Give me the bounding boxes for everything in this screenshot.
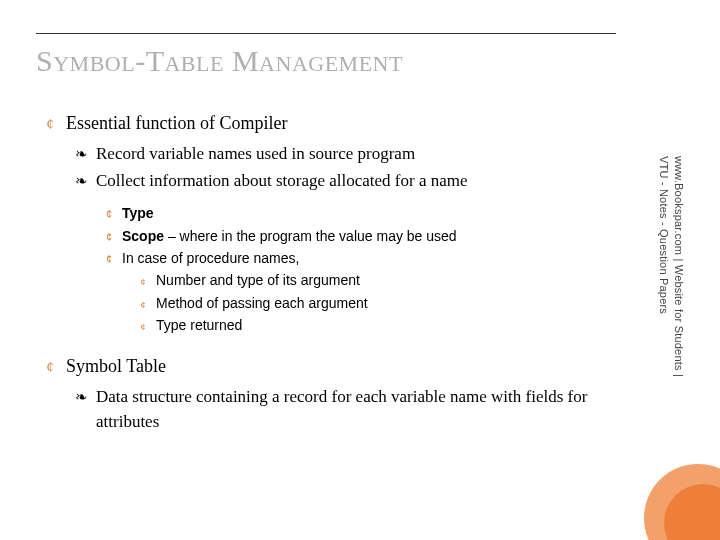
bullet-icon: ¢ (134, 321, 152, 334)
list-item: ¢ In case of procedure names, (100, 248, 620, 268)
watermark-line: www.Bookspar.com | Website for Students … (673, 156, 685, 377)
bullet-icon: ¢ (40, 358, 60, 378)
title-part: ABLE (164, 51, 223, 76)
slide-title: SYMBOL-TABLE MANAGEMENT (36, 44, 403, 78)
list-item: ¢ Type returned (134, 315, 620, 335)
title-part: S (36, 44, 53, 77)
bullet-icon: ❧ (70, 171, 92, 193)
list-text: Data structure containing a record for e… (96, 385, 620, 434)
list-item: ❧ Record variable names used in source p… (70, 142, 620, 167)
list-item: ¢ Essential function of Compiler (40, 110, 620, 136)
list-item: ¢ Symbol Table (40, 353, 620, 379)
title-part: -T (135, 44, 164, 77)
list-item: ¢ Number and type of its argument (134, 270, 620, 290)
list-item: ¢ Type (100, 203, 620, 223)
slide-body: ¢ Essential function of Compiler ❧ Recor… (40, 110, 620, 437)
bullet-icon: ¢ (100, 231, 118, 246)
title-part: ANAGEMENT (259, 51, 403, 76)
list-item: ¢ Method of passing each argument (134, 293, 620, 313)
list-text: – where in the program the value may be … (164, 228, 457, 244)
list-text: Symbol Table (66, 353, 166, 379)
list-text: Record variable names used in source pro… (96, 142, 415, 167)
bullet-icon: ¢ (100, 253, 118, 268)
list-text: Method of passing each argument (156, 293, 368, 313)
list-text: Number and type of its argument (156, 270, 360, 290)
title-part: YMBOL (53, 51, 135, 76)
list-text: Scope (122, 228, 164, 244)
list-text: Collect information about storage alloca… (96, 169, 468, 194)
bullet-icon: ¢ (40, 115, 60, 135)
watermark-text: www.Bookspar.com | Website for Students … (656, 156, 686, 436)
bullet-icon: ❧ (70, 144, 92, 166)
list-text: Essential function of Compiler (66, 110, 287, 136)
bullet-icon: ¢ (134, 299, 152, 312)
title-part: M (224, 44, 259, 77)
bullet-icon: ¢ (100, 208, 118, 223)
watermark-line: VTU - Notes - Question Papers (658, 156, 670, 314)
list-item: ¢ Scope – where in the program the value… (100, 226, 620, 246)
title-rule (36, 33, 616, 34)
list-text: In case of procedure names, (122, 248, 299, 268)
list-item: ❧ Data structure containing a record for… (70, 385, 620, 434)
list-item: ❧ Collect information about storage allo… (70, 169, 620, 194)
list-text: Type returned (156, 315, 242, 335)
bullet-icon: ¢ (134, 276, 152, 289)
list-text: Type (122, 205, 154, 221)
bullet-icon: ❧ (70, 387, 92, 409)
